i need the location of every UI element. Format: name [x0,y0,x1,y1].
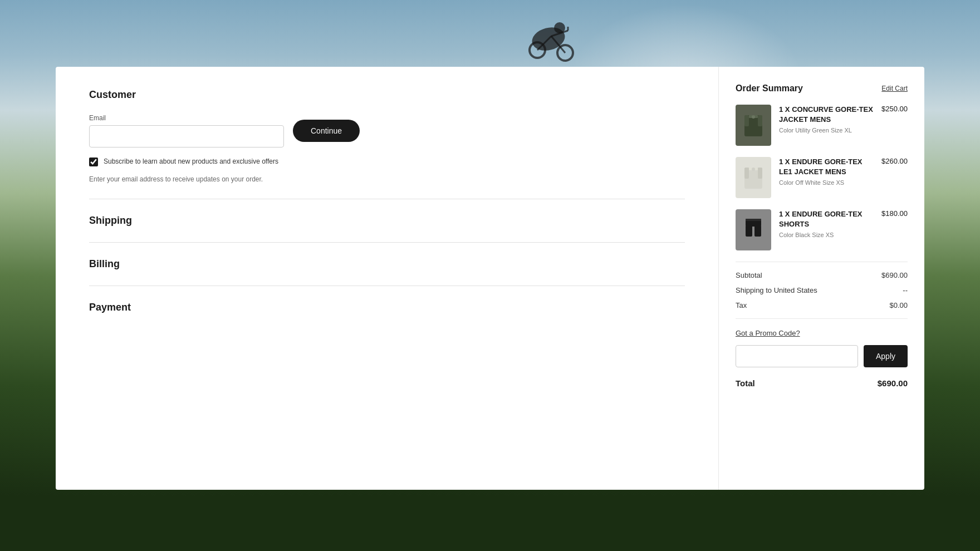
order-summary-header: Order Summary Edit Cart [736,83,908,94]
customer-section: Customer Email Continue Subscribe to lea… [89,89,685,183]
total-label: Total [736,378,755,388]
summary-divider-2 [736,318,908,319]
email-hint: Enter your email address to receive upda… [89,175,685,183]
promo-input[interactable] [736,345,858,367]
item-3-price: $180.00 [881,209,908,218]
svg-rect-21 [754,225,761,237]
item-3-meta: Color Black Size XS [779,232,874,238]
item-3-details: 1 X ENDURE GORE-TEX SHORTS Color Black S… [779,209,874,238]
shipping-row: Shipping to United States -- [736,286,908,294]
shipping-value: -- [903,286,908,294]
item-2-image [736,157,771,198]
shipping-label: Shipping to United States [736,286,817,294]
order-item-2: 1 X ENDURE GORE-TEX LE1 JACKET MENS Colo… [736,157,908,198]
divider-2 [89,242,685,243]
divider-1 [89,199,685,199]
subscribe-label: Subscribe to learn about new products an… [104,156,278,166]
customer-title: Customer [89,89,685,101]
left-panel: Customer Email Continue Subscribe to lea… [56,67,718,490]
payment-title: Payment [89,302,685,313]
continue-button[interactable]: Continue [293,120,360,142]
svg-point-18 [752,168,755,171]
tax-row: Tax $0.00 [736,301,908,309]
item-1-name: 1 X CONCURVE GORE-TEX JACKET MENS [779,105,874,125]
right-panel: Order Summary Edit Cart 1 X CONCURVE GOR… [718,67,924,490]
item-3-image [736,209,771,250]
item-3-name: 1 X ENDURE GORE-TEX SHORTS [779,209,874,229]
edit-cart-button[interactable]: Edit Cart [881,85,908,92]
billing-title: Billing [89,258,685,270]
svg-point-13 [752,115,755,119]
email-label: Email [89,114,284,122]
svg-rect-20 [746,225,752,237]
svg-rect-10 [744,115,749,126]
summary-divider-1 [736,262,908,262]
item-2-meta: Color Off White Size XS [779,179,874,186]
svg-rect-22 [746,219,761,221]
svg-rect-11 [758,115,762,126]
order-summary-title: Order Summary [736,83,803,94]
shipping-title: Shipping [89,215,685,227]
apply-button[interactable]: Apply [864,345,908,367]
item-2-price: $260.00 [881,157,908,165]
total-value: $690.00 [878,378,908,388]
item-1-meta: Color Utility Green Size XL [779,127,874,134]
total-row: Total $690.00 [736,378,908,388]
item-2-details: 1 X ENDURE GORE-TEX LE1 JACKET MENS Colo… [779,157,874,186]
divider-3 [89,286,685,286]
subtotal-value: $690.00 [881,271,908,279]
shipping-section: Shipping [89,215,685,227]
item-1-details: 1 X CONCURVE GORE-TEX JACKET MENS Color … [779,105,874,134]
email-input[interactable] [89,125,284,147]
subtotal-label: Subtotal [736,271,762,279]
billing-section: Billing [89,258,685,270]
svg-rect-15 [744,168,749,179]
svg-rect-16 [758,168,762,179]
subscribe-checkbox[interactable] [89,158,98,166]
subtotal-row: Subtotal $690.00 [736,271,908,279]
promo-row: Apply [736,345,908,367]
subscribe-row: Subscribe to learn about new products an… [89,156,685,166]
order-item-1: 1 X CONCURVE GORE-TEX JACKET MENS Color … [736,105,908,146]
order-item-3: 1 X ENDURE GORE-TEX SHORTS Color Black S… [736,209,908,250]
item-1-image [736,105,771,146]
tax-label: Tax [736,301,747,309]
promo-code-link[interactable]: Got a Promo Code? [736,329,800,337]
item-1-price: $250.00 [881,105,908,113]
item-2-name: 1 X ENDURE GORE-TEX LE1 JACKET MENS [779,157,874,177]
tax-value: $0.00 [889,301,908,309]
main-card: Customer Email Continue Subscribe to lea… [56,67,924,490]
payment-section: Payment [89,302,685,313]
